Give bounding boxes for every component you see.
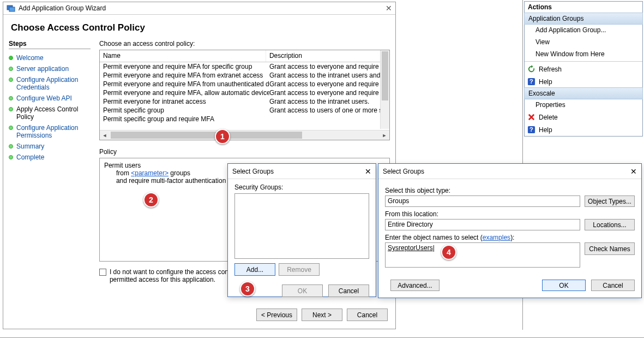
skip-acp-checkbox[interactable]: [99, 269, 106, 276]
text: groups: [168, 169, 190, 177]
step-label: Apply Access Control Policy: [16, 105, 91, 121]
svg-text:?: ?: [529, 126, 533, 133]
policy-desc: Grant access to everyone and require M: [269, 63, 386, 70]
close-icon[interactable]: ✕: [365, 167, 371, 176]
action-add-app-group[interactable]: Add Application Group...: [525, 24, 642, 36]
policy-name: Permit everyone and require MFA, allow a…: [103, 89, 269, 97]
divider: [525, 61, 642, 62]
select-groups-dialog-small: Select Groups ✕ Security Groups: Add... …: [227, 163, 376, 297]
examples-link[interactable]: examples: [483, 234, 510, 241]
cancel-button[interactable]: Cancel: [328, 284, 369, 297]
step-bullet-icon: [9, 107, 13, 111]
object-types-button[interactable]: Object Types...: [585, 195, 635, 207]
delete-icon: [527, 113, 535, 121]
location-label: From this location:: [385, 210, 635, 218]
names-label: Enter the object names to select (exampl…: [385, 234, 635, 241]
advanced-button[interactable]: Advanced...: [390, 280, 440, 291]
parameter-link[interactable]: <parameter>: [131, 169, 168, 177]
policy-desc: Grant access to users of one or more sp: [269, 106, 386, 114]
step-label: Configure Application Permissions: [16, 124, 91, 139]
step-bullet-icon: [9, 67, 13, 71]
wizard-heading: Choose Access Control Policy: [3, 15, 395, 37]
policy-list-label: Choose an access control policy:: [99, 40, 390, 48]
action-help2[interactable]: ? Help: [525, 123, 642, 136]
horizontal-scrollbar[interactable]: ◄►: [100, 130, 389, 140]
action-label: Help: [539, 126, 552, 134]
step-complete[interactable]: Complete: [9, 152, 91, 163]
step-label: Server application: [16, 65, 69, 73]
step-welcome[interactable]: Welcome: [9, 52, 91, 63]
security-groups-listbox[interactable]: [234, 193, 369, 259]
cancel-button[interactable]: Cancel: [591, 280, 635, 291]
security-groups-label: Security Groups:: [234, 183, 369, 191]
callout-3: 3: [240, 281, 255, 297]
cancel-button[interactable]: Cancel: [347, 309, 388, 321]
action-help[interactable]: ? Help: [525, 75, 642, 88]
policy-row[interactable]: Permit specific groupGrant access to use…: [100, 106, 389, 115]
scroll-right-icon[interactable]: ►: [380, 131, 389, 140]
vertical-scrollbar[interactable]: [380, 50, 389, 129]
action-label: Add Application Group...: [535, 26, 606, 34]
scrollbar-thumb[interactable]: [111, 132, 302, 139]
text: Enter the object names to select (: [385, 234, 483, 241]
actions-pane: Actions Application Groups Add Applicati…: [524, 1, 643, 137]
scrollbar-thumb[interactable]: [382, 51, 388, 100]
policy-name: Permit everyone and require MFA for spec…: [103, 63, 269, 70]
action-label: View: [535, 38, 550, 46]
callout-4: 4: [441, 245, 456, 260]
object-names-input[interactable]: SysreptorUsers|: [385, 242, 580, 268]
step-label: Configure Web API: [16, 94, 72, 102]
policy-row[interactable]: Permit everyone and require MFA for spec…: [100, 62, 389, 71]
action-view[interactable]: View: [525, 36, 642, 48]
policy-desc: Grant access to the intranet users and r: [269, 72, 386, 79]
policy-desc: Grant access to everyone and require M: [269, 89, 386, 97]
step-config-permissions[interactable]: Configure Application Permissions: [9, 122, 91, 141]
step-bullet-icon: [9, 144, 13, 149]
close-icon[interactable]: ✕: [386, 4, 392, 13]
remove-button[interactable]: Remove: [279, 263, 320, 276]
help-icon: ?: [527, 126, 535, 134]
close-icon[interactable]: ✕: [630, 167, 637, 176]
step-bullet-icon: [9, 155, 13, 159]
check-names-button[interactable]: Check Names: [585, 242, 635, 255]
col-name[interactable]: Name: [100, 50, 266, 62]
locations-button[interactable]: Locations...: [585, 219, 635, 230]
action-delete[interactable]: Delete: [525, 111, 642, 123]
scroll-left-icon[interactable]: ◄: [100, 131, 110, 140]
policy-row[interactable]: Permit everyone and require MFA from ext…: [100, 71, 389, 80]
col-description[interactable]: Description: [266, 50, 305, 62]
action-new-window[interactable]: New Window from Here: [525, 48, 642, 60]
policy-grid[interactable]: Name Description Permit everyone and req…: [99, 50, 390, 140]
step-apply-acp[interactable]: Apply Access Control Policy: [9, 104, 91, 122]
policy-row[interactable]: Permit specific group and require MFA: [100, 115, 389, 123]
help-icon: ?: [527, 78, 535, 86]
steps-sidebar: Steps Welcome Server application Configu…: [3, 37, 94, 312]
callout-2: 2: [143, 192, 159, 207]
policy-desc: Grant access to the intranet users.: [269, 98, 386, 105]
step-server-app[interactable]: Server application: [9, 63, 91, 74]
policy-row[interactable]: Permit everyone and require MFA from una…: [100, 80, 389, 88]
step-bullet-icon: [9, 56, 13, 60]
steps-header: Steps: [9, 40, 91, 49]
ok-button[interactable]: OK: [542, 280, 586, 291]
step-label: Configure Application Credentials: [16, 76, 91, 91]
step-summary[interactable]: Summary: [9, 141, 91, 152]
add-button[interactable]: Add...: [234, 263, 275, 276]
policy-row[interactable]: Permit everyone and require MFA, allow a…: [100, 88, 389, 97]
previous-button[interactable]: < Previous: [256, 309, 297, 321]
policy-row[interactable]: Permit everyone for intranet accessGrant…: [100, 97, 389, 106]
actions-section-appgroups: Application Groups: [524, 13, 643, 25]
step-config-credentials[interactable]: Configure Application Credentials: [9, 74, 91, 93]
ok-button[interactable]: OK: [282, 284, 323, 297]
policy-name: Permit everyone and require MFA from ext…: [103, 72, 269, 79]
step-config-webapi[interactable]: Configure Web API: [9, 93, 91, 104]
actions-section-exoscale: Exoscale: [524, 87, 643, 99]
action-refresh[interactable]: Refresh: [525, 63, 642, 75]
action-label: New Window from Here: [535, 50, 605, 58]
next-button[interactable]: Next >: [302, 309, 342, 321]
step-bullet-icon: [9, 126, 13, 130]
action-properties[interactable]: Properties: [525, 99, 642, 111]
object-type-field: Groups: [385, 195, 580, 207]
text: ):: [510, 234, 514, 241]
dialog-title: Select Groups: [232, 168, 274, 175]
